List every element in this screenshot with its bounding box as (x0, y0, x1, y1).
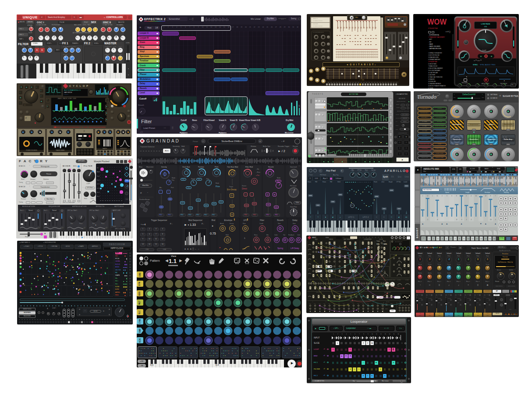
svg-text:10: 10 (467, 238, 469, 240)
svg-text:14: 14 (485, 238, 487, 240)
svg-text:12: 12 (476, 238, 478, 240)
svg-text:13: 13 (480, 238, 482, 240)
svg-text:16: 16 (493, 238, 496, 240)
svg-text:15: 15 (489, 238, 491, 240)
